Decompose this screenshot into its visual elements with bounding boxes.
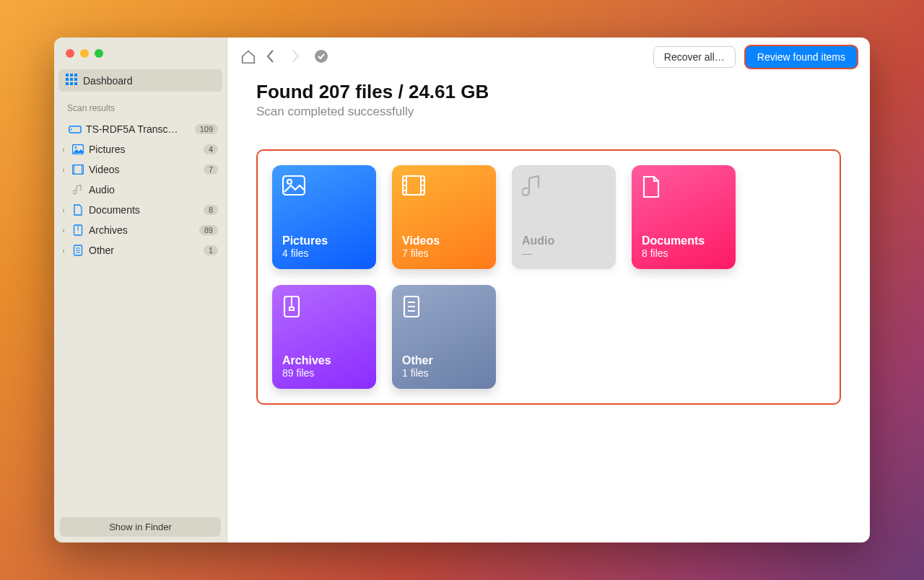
svg-point-24 xyxy=(287,180,292,184)
sidebar-item-videos[interactable]: › Videos 7 xyxy=(54,159,227,180)
svg-point-22 xyxy=(315,50,328,63)
app-window: Dashboard Scan results TS-RDF5A Transc… … xyxy=(54,38,870,542)
card-videos[interactable]: Videos 7 files xyxy=(392,165,496,269)
pictures-icon xyxy=(71,144,84,154)
svg-rect-6 xyxy=(66,82,69,85)
sidebar-item-pictures[interactable]: › Pictures 4 xyxy=(54,139,227,159)
summary-subline: Scan completed successfully xyxy=(256,105,841,119)
home-icon[interactable] xyxy=(240,49,256,65)
checkmark-icon[interactable] xyxy=(314,49,330,65)
videos-icon xyxy=(402,175,425,198)
scan-results-label: Scan results xyxy=(54,100,227,116)
summary-headline: Found 207 files / 24.61 GB xyxy=(256,81,841,103)
audio-icon xyxy=(71,185,84,195)
sidebar-item-dashboard[interactable]: Dashboard xyxy=(58,69,222,92)
card-other[interactable]: Other 1 files xyxy=(392,285,496,389)
svg-rect-36 xyxy=(289,307,294,310)
svg-point-10 xyxy=(71,129,72,131)
svg-rect-3 xyxy=(66,78,69,81)
recover-all-button[interactable]: Recover all… xyxy=(653,46,736,68)
card-subtitle: — xyxy=(522,247,606,259)
svg-point-12 xyxy=(75,146,77,149)
maximize-window-button[interactable] xyxy=(95,49,103,58)
card-documents[interactable]: Documents 8 files xyxy=(632,165,736,269)
card-subtitle: 8 files xyxy=(642,247,725,259)
card-title: Documents xyxy=(642,234,725,247)
minimize-window-button[interactable] xyxy=(80,49,89,58)
card-audio: Audio — xyxy=(512,165,616,269)
documents-icon xyxy=(642,175,665,198)
sidebar-item-archives[interactable]: › Archives 89 xyxy=(54,220,227,240)
sidebar: Dashboard Scan results TS-RDF5A Transc… … xyxy=(54,38,227,542)
archives-icon xyxy=(71,224,84,236)
svg-rect-7 xyxy=(70,82,73,85)
chevron-right-icon[interactable]: › xyxy=(60,166,67,174)
category-cards-grid: Pictures 4 files Videos 7 files xyxy=(272,165,825,389)
other-icon xyxy=(402,295,425,318)
card-title: Other xyxy=(402,354,486,367)
videos-icon xyxy=(71,164,84,175)
svg-rect-0 xyxy=(66,74,69,76)
svg-rect-8 xyxy=(74,82,77,85)
svg-rect-23 xyxy=(283,176,305,195)
window-controls xyxy=(54,38,227,66)
close-window-button[interactable] xyxy=(66,49,74,58)
toolbar: Recover all… Review found items xyxy=(227,38,870,76)
sidebar-item-audio[interactable]: Audio xyxy=(54,180,227,200)
chevron-right-icon[interactable]: › xyxy=(60,146,67,154)
main-panel: Recover all… Review found items Found 20… xyxy=(227,38,870,542)
other-icon xyxy=(71,245,84,256)
content-area: Found 207 files / 24.61 GB Scan complete… xyxy=(227,76,870,422)
forward-button[interactable] xyxy=(289,49,305,65)
card-subtitle: 4 files xyxy=(282,247,366,259)
chevron-right-icon[interactable]: › xyxy=(60,227,67,234)
archives-icon xyxy=(282,295,305,318)
drive-icon xyxy=(69,124,82,134)
device-name: TS-RDF5A Transc… xyxy=(86,123,191,135)
device-row[interactable]: TS-RDF5A Transc… 109 xyxy=(54,119,227,139)
card-pictures[interactable]: Pictures 4 files xyxy=(272,165,376,269)
back-button[interactable] xyxy=(265,49,281,65)
card-archives[interactable]: Archives 89 files xyxy=(272,285,376,389)
review-found-items-button[interactable]: Review found items xyxy=(746,46,857,68)
svg-rect-5 xyxy=(74,78,77,81)
dashboard-label: Dashboard xyxy=(83,75,133,87)
scan-results-tree: TS-RDF5A Transc… 109 › Pictures 4 › Vide… xyxy=(54,116,227,511)
audio-icon xyxy=(522,175,545,198)
card-subtitle: 7 files xyxy=(402,247,486,259)
svg-rect-4 xyxy=(70,78,73,81)
svg-rect-2 xyxy=(74,74,77,76)
card-title: Audio xyxy=(522,234,606,247)
svg-rect-1 xyxy=(70,74,73,76)
category-cards-frame: Pictures 4 files Videos 7 files xyxy=(256,149,841,405)
chevron-right-icon[interactable]: › xyxy=(60,206,67,214)
card-title: Pictures xyxy=(282,234,366,247)
card-subtitle: 89 files xyxy=(282,367,366,379)
device-count: 109 xyxy=(195,124,218,134)
chevron-right-icon[interactable]: › xyxy=(60,247,67,255)
card-title: Videos xyxy=(402,234,486,247)
sidebar-item-other[interactable]: › Other 1 xyxy=(54,240,227,260)
show-in-finder-button[interactable]: Show in Finder xyxy=(60,517,221,537)
card-subtitle: 1 files xyxy=(402,367,486,379)
documents-icon xyxy=(71,204,84,216)
sidebar-item-documents[interactable]: › Documents 8 xyxy=(54,200,227,220)
pictures-icon xyxy=(282,175,305,198)
card-title: Archives xyxy=(282,354,366,367)
dashboard-icon xyxy=(66,74,77,87)
